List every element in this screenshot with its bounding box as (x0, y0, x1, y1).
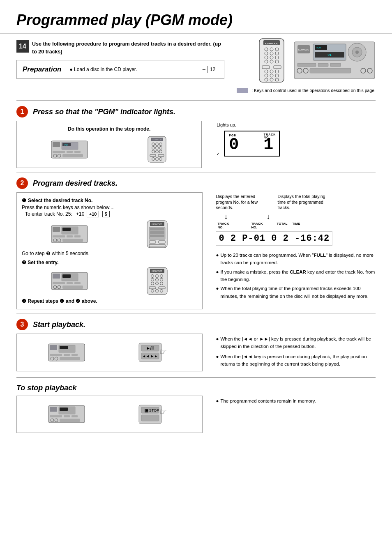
pgm-indicator-label: ↙ (217, 152, 220, 156)
svg-rect-99 (53, 282, 65, 284)
key-box-10a: +10 (76, 211, 84, 217)
stop-section: To stop playback (16, 384, 376, 433)
svg-rect-155 (141, 415, 159, 421)
step3-cdplayer (48, 342, 85, 363)
step-1-title: Press so that the "PGM" indicator lights… (33, 108, 175, 116)
svg-rect-89 (150, 228, 164, 230)
svg-rect-126 (60, 346, 68, 349)
svg-rect-91 (150, 235, 164, 237)
display-chars: 0 1 (229, 137, 275, 153)
lights-up-label: Lights up. (217, 122, 376, 127)
svg-rect-143 (60, 408, 68, 411)
prep-ref: 12 (207, 66, 218, 73)
page-title: Programmed play (PGM mode) (16, 12, 376, 29)
legend-text: : Keys and control used in the operation… (251, 88, 376, 93)
svg-text:☞: ☞ (159, 407, 167, 416)
display-label-right: Displays the total playing time of the p… (277, 194, 327, 211)
svg-text:KENWOOD: KENWOOD (152, 223, 163, 226)
svg-rect-146 (71, 415, 78, 417)
svg-rect-132 (60, 357, 80, 360)
svg-rect-81 (74, 235, 81, 237)
stop-cdplayer (48, 404, 85, 424)
time-label: TIME (292, 222, 300, 229)
stop-bullets: ● The programmed contents remain in memo… (216, 397, 376, 405)
display-arrow-left: ↓ (224, 212, 228, 221)
stop-button-image: ■ STOP ☞ (138, 401, 171, 428)
svg-rect-80 (67, 235, 73, 237)
track-no-label-1: TRACKNO. (217, 222, 229, 229)
svg-rect-42 (310, 68, 351, 73)
cd-player-image: KENWOOD PGM 01 (293, 38, 376, 83)
prep-arrow: – (203, 66, 205, 72)
stop-bullet-1: ● The programmed contents remain in memo… (216, 397, 376, 405)
step-1-instruction: Do this operation in the stop mode. (22, 126, 196, 132)
svg-rect-144 (50, 415, 62, 417)
stop-op-box: ■ STOP ☞ (16, 396, 203, 433)
track-no-label: TRACKNO. (264, 133, 276, 139)
stop-title: To stop playback (16, 384, 376, 392)
svg-rect-39 (330, 63, 341, 67)
svg-rect-98 (62, 274, 71, 278)
step-2-body: ❶Select the desired track No. Press the … (16, 192, 376, 309)
remote-control-image: KENWOOD (257, 38, 286, 83)
legend-color (237, 88, 248, 93)
bullet-note-1: ● Up to 20 tracks can be programmed. Whe… (216, 251, 376, 267)
stop-right: ● The programmed contents remain in memo… (211, 396, 376, 433)
svg-rect-90 (150, 231, 164, 234)
svg-rect-38 (318, 63, 328, 67)
step-3-section: 3 Start playback. (16, 319, 376, 371)
svg-rect-55 (62, 154, 83, 157)
sub-step-2: ❷ Set the entry. (22, 260, 197, 295)
svg-rect-76 (53, 227, 60, 232)
sub-step-3: ❸ Repeat steps ❶ and ❷ above. (22, 298, 197, 304)
bullet-note-3: ● When the total playing time of the pro… (216, 285, 376, 300)
sub-step-3-label: ❸ (22, 298, 26, 304)
step-2-circle: 2 (16, 177, 28, 189)
svg-rect-74 (151, 138, 163, 141)
svg-rect-50 (53, 151, 65, 153)
step-3-op-box: ►/II ◄◄ ►► ☞ (16, 334, 203, 371)
main-display: 0 2 P-01 0 2 -16:42 (216, 231, 332, 246)
svg-text:PGM: PGM (316, 46, 321, 49)
page-number-badge: 14 (16, 40, 29, 53)
svg-rect-145 (64, 415, 70, 417)
svg-rect-84 (62, 239, 83, 242)
svg-rect-104 (62, 286, 83, 289)
svg-rect-105 (53, 274, 60, 279)
svg-rect-133 (50, 345, 57, 350)
display-label-left: Displays the entered program No. for a f… (216, 194, 265, 211)
svg-rect-101 (74, 282, 81, 284)
step-2-op-box: ❶Select the desired track No. Press the … (16, 192, 203, 309)
preparation-label: Preparation (23, 65, 61, 74)
step-3-header: 3 Start playback. (16, 319, 376, 330)
page-header: Programmed play (PGM mode) (0, 0, 392, 34)
svg-rect-127 (50, 354, 62, 356)
main-content: 1 Press so that the "PGM" indicator ligh… (0, 106, 392, 433)
svg-rect-129 (71, 354, 78, 356)
step-2-title: Program desired tracks. (33, 179, 118, 188)
step-1-right: Lights up. ↙ PGM TRACKNO. 0 1 (210, 121, 376, 168)
bullet-note-2: ● If you make a mistake, press the CLEAR… (216, 268, 376, 283)
sub-step-1-header: Select the desired track No. (28, 198, 92, 203)
sub-step-1-note: To enter track No. 25: +10 +10 5 (25, 211, 197, 217)
step-3-title: Start playback. (33, 320, 85, 329)
svg-text:01: 01 (327, 53, 332, 57)
sub-step-2-label: ❷ (22, 260, 26, 265)
preparation-text: ● Load a disc in the CD player. (69, 67, 202, 72)
key-box-5: 5 (102, 211, 110, 217)
device-images-area: KENWOOD (233, 38, 376, 93)
step-3-right: ● When the |◄◄ or ►►| key is pressed dur… (211, 334, 376, 371)
svg-text:KENWOOD: KENWOOD (265, 42, 279, 45)
svg-rect-46 (53, 142, 60, 147)
step-3-bullet-1: ● When the |◄◄ or ►►| key is pressed dur… (216, 335, 376, 350)
display-arrow-right: ↓ (266, 212, 270, 221)
legend: : Keys and control used in the operation… (237, 88, 376, 93)
step-3-bullet-2: ● When the |◄◄ key is pressed once durin… (216, 353, 376, 368)
step-1-header: 1 Press so that the "PGM" indicator ligh… (16, 106, 376, 117)
svg-text:◄◄  ►►: ◄◄ ►► (142, 354, 158, 358)
svg-text:☞: ☞ (159, 347, 167, 356)
svg-rect-150 (50, 407, 57, 412)
svg-rect-52 (74, 151, 81, 153)
step2-cdplayer-sub2 (51, 271, 88, 291)
stop-bullet-1-text: The programmed contents remain in memory… (220, 397, 316, 405)
